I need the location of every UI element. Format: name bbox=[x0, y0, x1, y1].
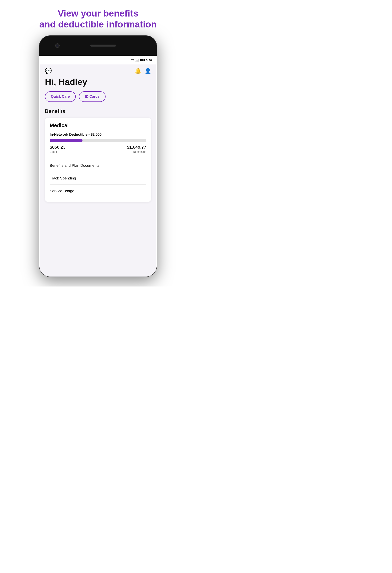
app-header: 💬 🔔 👤 bbox=[39, 64, 157, 77]
phone-top-bar bbox=[39, 36, 157, 56]
remaining-label: Remaining bbox=[127, 150, 146, 153]
battery-icon bbox=[140, 59, 145, 61]
spent-label: Spent bbox=[50, 150, 66, 153]
benefits-card: Medical In-Network Deductible - $2,500 $… bbox=[45, 118, 151, 202]
service-usage-link[interactable]: Service Usage bbox=[50, 185, 146, 197]
speaker bbox=[90, 45, 116, 47]
track-spending-link[interactable]: Track Spending bbox=[50, 172, 146, 184]
page-headline: View your benefits and deductible inform… bbox=[27, 0, 169, 36]
greeting-text: Hi, Hadley bbox=[45, 77, 151, 87]
phone-device: LTE 3:30 💬 🔔 bbox=[36, 36, 160, 286]
quick-actions-row: Quick Care ID Cards bbox=[45, 91, 151, 102]
status-time: 3:30 bbox=[146, 58, 152, 62]
benefits-section-title: Benefits bbox=[45, 108, 151, 114]
chat-icon[interactable]: 💬 bbox=[45, 68, 52, 74]
amount-spent: $850.23 Spent bbox=[50, 145, 66, 153]
progress-track bbox=[50, 139, 146, 142]
camera bbox=[55, 43, 60, 48]
id-cards-button[interactable]: ID Cards bbox=[79, 91, 105, 102]
progress-amounts: $850.23 Spent $1,649.77 Remaining bbox=[50, 145, 146, 153]
benefits-documents-link[interactable]: Benefits and Plan Documents bbox=[50, 159, 146, 172]
deductible-label: In-Network Deductible - $2,500 bbox=[50, 132, 146, 137]
amount-remaining: $1,649.77 Remaining bbox=[127, 145, 146, 153]
app-content: 💬 🔔 👤 Hi, Hadley Quick Care ID Cards Ben… bbox=[39, 64, 157, 277]
spent-value: $850.23 bbox=[50, 145, 66, 150]
quick-care-button[interactable]: Quick Care bbox=[45, 91, 76, 102]
lte-indicator: LTE bbox=[130, 59, 134, 62]
status-bar: LTE 3:30 bbox=[39, 56, 157, 64]
progress-fill bbox=[50, 139, 83, 142]
profile-icon[interactable]: 👤 bbox=[145, 68, 151, 74]
card-title: Medical bbox=[50, 122, 146, 128]
notification-bell-icon[interactable]: 🔔 bbox=[135, 68, 141, 74]
remaining-value: $1,649.77 bbox=[127, 145, 146, 150]
signal-icon bbox=[136, 58, 139, 62]
app-main: Hi, Hadley Quick Care ID Cards Benefits … bbox=[39, 77, 157, 277]
